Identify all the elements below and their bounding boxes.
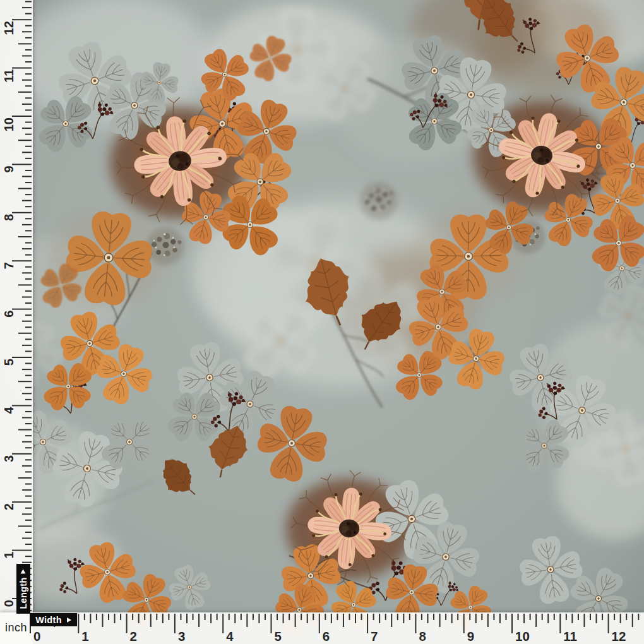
length-label: Length [18,577,28,609]
width-label-box: Width [30,613,77,626]
length-label-box: Length [16,564,30,614]
width-ruler-strip [0,612,644,644]
length-ruler-strip [0,0,33,644]
fabric-print [0,0,644,644]
fabric-vignette [0,0,644,644]
arrow-right-icon [67,617,71,623]
arrow-up-icon [21,569,26,573]
length-label-rotated: Length [18,569,28,609]
width-label: Width [35,615,62,625]
unit-label: inch [5,621,27,635]
fabric-swatch-photo: 01234567891011120123456789101112 Length … [0,0,644,644]
